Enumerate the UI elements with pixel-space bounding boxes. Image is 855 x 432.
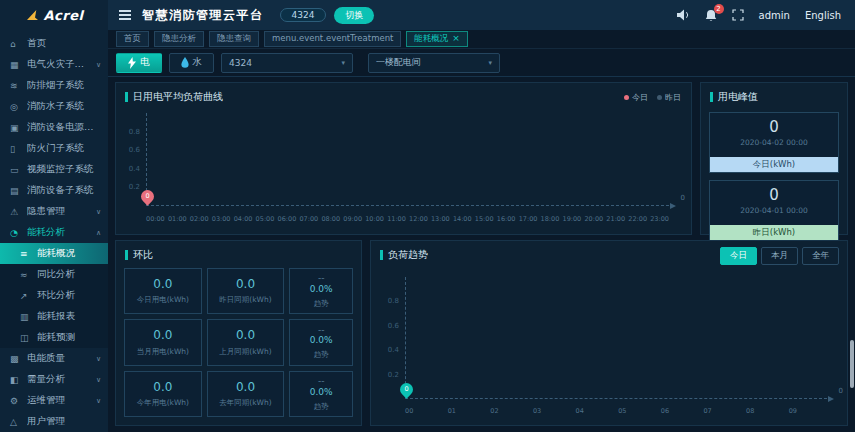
tab-bar: 首页 隐患分析 隐患查询 menu.event.eventTreatment xyxy=(108,30,855,49)
panel-title: 用电峰值 xyxy=(701,83,847,104)
y-tick-label: 0.6 xyxy=(388,322,399,330)
x-axis-labels: 00010203040506070809 xyxy=(405,407,797,415)
electric-label: 电 xyxy=(140,56,150,69)
toolbar: 电 水 4324 ▾ 一楼配电间 ▾ xyxy=(108,49,855,77)
x-tick-label: 08:00 xyxy=(321,215,340,223)
tab[interactable]: 隐患分析 xyxy=(154,31,204,46)
range-button[interactable]: 今日 xyxy=(720,247,757,265)
sidebar-item[interactable]: ≋ 防排烟子系统 xyxy=(0,75,108,96)
x-tick-label: 04:00 xyxy=(234,215,253,223)
data-point-pin[interactable]: 0 xyxy=(138,187,156,205)
sidebar-item[interactable]: ▯ 防火门子系统 xyxy=(0,138,108,159)
x-tick-label: 02 xyxy=(490,407,498,415)
stat-label: 当月用电(kWh) xyxy=(137,347,189,357)
sidebar-item[interactable]: ▩ 电能质量 ∨ xyxy=(0,348,108,369)
notification-count-badge: 2 xyxy=(714,4,724,14)
sidebar-item[interactable]: ▭ 视频监控子系统 xyxy=(0,159,108,180)
sidebar-item[interactable]: ⚙ 运维管理 ∨ xyxy=(0,390,108,411)
menu-item-icon: ≡ xyxy=(20,249,33,259)
sidebar-item[interactable]: ≡ 能耗概况 xyxy=(0,243,108,264)
sidebar-item[interactable]: ▤ 消防设备子系统 xyxy=(0,180,108,201)
tab[interactable]: 隐患查询 xyxy=(209,31,259,46)
count-badge: 4324 xyxy=(280,8,327,22)
x-tick-label: 03:00 xyxy=(212,215,231,223)
notification-bell-icon[interactable]: 2 xyxy=(705,9,717,22)
sidebar-item[interactable]: ↗ 环比分析 xyxy=(0,285,108,306)
chevron-icon: ∨ xyxy=(96,355,101,363)
peak-bar-today: 今日(kWh) xyxy=(710,157,838,172)
tab-close-icon[interactable]: × xyxy=(452,34,460,43)
sidebar-item[interactable]: ▦ 电气火灾子系统 ∨ xyxy=(0,54,108,75)
peak-date: 2020-04-02 00:00 xyxy=(740,138,808,147)
sidebar-item[interactable]: △ 用户管理 xyxy=(0,411,108,432)
ring-compare-panel: 环比 0.0 今日用电(kWh) 0.0 昨日同期(kWh) xyxy=(115,240,362,426)
language-switch[interactable]: English xyxy=(805,10,841,21)
sidebar-item[interactable]: ▥ 能耗报表 xyxy=(0,306,108,327)
menu-item-icon: ≈ xyxy=(20,270,33,280)
electric-toggle-button[interactable]: 电 xyxy=(116,53,162,73)
water-toggle-button[interactable]: 水 xyxy=(169,53,215,73)
user-menu[interactable]: admin xyxy=(759,10,790,21)
sidebar-item[interactable]: ◎ 消防水子系统 xyxy=(0,96,108,117)
menu-item-icon: ◧ xyxy=(10,375,23,385)
tab[interactable]: menu.event.eventTreatment xyxy=(264,31,401,46)
fullscreen-icon[interactable] xyxy=(732,9,744,21)
sidebar-item[interactable]: ⌂ 首页 xyxy=(0,33,108,54)
range-button[interactable]: 全年 xyxy=(802,247,839,265)
acrel-logo-icon xyxy=(25,9,40,22)
title-bar-accent xyxy=(380,250,383,260)
x-tick-label: 00:00 xyxy=(146,215,165,223)
stat-dash: -- xyxy=(318,273,325,284)
switch-button[interactable]: 切换 xyxy=(334,7,374,24)
x-tick-label: 22:00 xyxy=(628,215,647,223)
stat-card: 0.0 上月同期(kWh) xyxy=(207,319,285,365)
menu-item-label: 防排烟子系统 xyxy=(27,79,97,92)
stat-label: 趋势 xyxy=(314,402,329,412)
announcement-icon[interactable] xyxy=(676,9,690,21)
sidebar-item[interactable]: ◫ 能耗预测 xyxy=(0,327,108,348)
axis-end-label: 0 xyxy=(839,387,843,395)
tab-label: 能耗概况 xyxy=(414,33,448,44)
x-tick-label: 17:00 xyxy=(519,215,538,223)
chevron-icon: ∨ xyxy=(96,376,101,384)
menu-item-label: 消防水子系统 xyxy=(27,100,97,113)
tab-label: 隐患分析 xyxy=(162,33,196,44)
sidebar-item[interactable]: ⚠ 隐患管理 ∨ xyxy=(0,201,108,222)
legend-item-today[interactable]: 今日 xyxy=(624,92,648,103)
legend-item-yesterday[interactable]: 昨日 xyxy=(657,92,681,103)
x-tick-label: 01 xyxy=(448,407,456,415)
menu-item-icon: ▣ xyxy=(10,123,23,133)
data-point-pin[interactable]: 0 xyxy=(397,380,415,398)
x-tick-label: 01:00 xyxy=(168,215,187,223)
range-button[interactable]: 本月 xyxy=(761,247,798,265)
tab[interactable]: 能耗概况 × xyxy=(406,31,468,46)
menu-item-label: 需量分析 xyxy=(27,373,92,386)
x-tick-label: 09:00 xyxy=(343,215,362,223)
x-tick-label: 11:00 xyxy=(387,215,406,223)
sidebar-item[interactable]: ◧ 需量分析 ∨ xyxy=(0,369,108,390)
x-axis-arrow xyxy=(828,396,834,402)
sidebar-item[interactable]: ◔ 能耗分析 ∧ xyxy=(0,222,108,243)
device-select[interactable]: 4324 ▾ xyxy=(221,53,353,73)
peak-title: 用电峰值 xyxy=(718,90,758,104)
chevron-icon: ∨ xyxy=(96,208,101,216)
scrollbar xyxy=(850,30,854,432)
stat-card: -- 0.0% 趋势 xyxy=(289,268,353,314)
scrollbar-thumb[interactable] xyxy=(850,340,854,388)
room-select[interactable]: 一楼配电间 ▾ xyxy=(368,53,500,73)
sidebar-item[interactable]: ▣ 消防设备电源子系统 xyxy=(0,117,108,138)
y-tick-label: 0.2 xyxy=(388,371,399,379)
droplet-icon xyxy=(181,57,189,68)
y-tick-label: 0.8 xyxy=(388,297,399,305)
sidebar-item[interactable]: ≈ 同比分析 xyxy=(0,264,108,285)
menu-collapse-icon[interactable] xyxy=(119,10,131,20)
menu-item-icon: ▩ xyxy=(10,354,23,364)
peak-bar-yesterday: 昨日(kWh) xyxy=(710,225,838,240)
y-axis-ticks: 0.80.60.40.2 xyxy=(379,277,401,399)
panel-title: 日用电平均负荷曲线 xyxy=(116,83,691,104)
menu-item-icon: ▤ xyxy=(10,186,23,196)
menu-item-icon: ▭ xyxy=(10,165,23,175)
peak-cards: 0 2020-04-02 00:00 今日(kWh) 0 2020-04-01 … xyxy=(701,104,847,242)
tab[interactable]: 首页 xyxy=(116,31,149,46)
trend-range-buttons: 今日 本月 全年 xyxy=(720,247,839,265)
